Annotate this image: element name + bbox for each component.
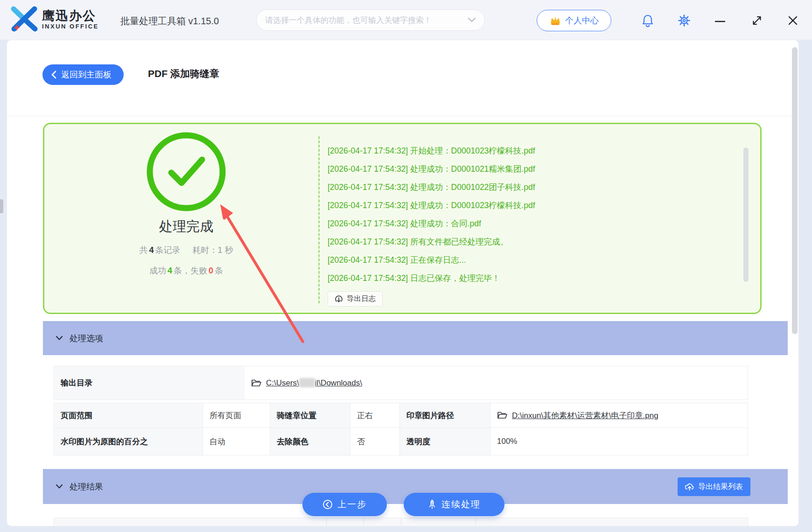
previous-step-label: 上一步 — [337, 498, 367, 511]
processing-log-list: [2026-04-17 17:54:32] 开始处理：D0001023柠檬科技.… — [318, 136, 746, 303]
collapse-chevron-icon — [56, 336, 63, 341]
option-value: 所有页面 — [203, 403, 270, 428]
export-result-list-button[interactable]: 导出结果列表 — [678, 477, 750, 496]
options-grid: 页面范围 所有页面 骑缝章位置 正右 印章图片路径 D:\inxun\其他素材\… — [54, 403, 748, 455]
brand-title: 鹰迅办公 — [42, 9, 99, 23]
export-log-label: 导出日志 — [347, 294, 376, 304]
search-placeholder: 请选择一个具体的功能，也可输入关键字搜索！ — [265, 15, 468, 26]
option-label: 骑缝章位置 — [270, 403, 350, 428]
header-divider — [7, 116, 798, 116]
success-check-icon — [144, 130, 228, 214]
success-fail-stats: 成功4条，失败0条 — [93, 265, 280, 276]
results-table-header-partial — [54, 518, 748, 526]
docked-side-handle[interactable] — [0, 199, 3, 213]
back-button-label: 返回到主面板 — [61, 69, 112, 80]
option-value: 自动 — [203, 428, 270, 455]
option-label: 透明度 — [400, 428, 490, 455]
folder-icon — [497, 411, 507, 420]
upload-cloud-icon — [685, 483, 694, 491]
close-button[interactable] — [786, 14, 799, 27]
record-stats: 共4条记录耗时：1 秒 — [93, 245, 280, 256]
page-scrollbar-thumb[interactable] — [792, 47, 798, 334]
output-dir-label: 输出目录 — [54, 366, 245, 399]
settings-gear-icon[interactable] — [678, 14, 691, 27]
export-log-button[interactable]: 导出日志 — [328, 291, 383, 307]
result-summary-panel: 处理完成 共4条记录耗时：1 秒 成功4条，失败0条 [2026-04-17 1… — [43, 123, 762, 314]
option-label: 去除颜色 — [270, 428, 350, 455]
export-result-list-label: 导出结果列表 — [698, 482, 743, 492]
folder-icon — [251, 379, 261, 387]
options-table: 输出目录 C:\Users\il\Downloads\ 页面范围 所有页面 骑缝… — [54, 366, 748, 455]
previous-step-button[interactable]: 上一步 — [302, 493, 387, 516]
back-circle-icon — [322, 499, 333, 510]
total-count: 4 — [147, 245, 155, 255]
log-line: [2026-04-17 17:54:32] 处理成功：D0001023柠檬科技.… — [328, 196, 746, 215]
download-circle-icon — [335, 295, 343, 303]
inxun-logo-icon — [10, 6, 38, 33]
log-line: [2026-04-17 17:54:32] 处理成功：D0001021糯米集团.… — [328, 160, 746, 178]
options-section-title: 处理选项 — [70, 333, 103, 344]
log-line: [2026-04-17 17:54:32] 正在保存日志... — [328, 251, 746, 269]
option-value: 100% — [490, 428, 749, 455]
log-line: [2026-04-17 17:54:32] 日志已保存，处理完毕！ — [328, 269, 746, 287]
elapsed-time: 耗时：1 秒 — [193, 245, 233, 255]
continue-processing-label: 连续处理 — [441, 498, 481, 511]
option-label: 印章图片路径 — [400, 403, 490, 428]
log-line: [2026-04-17 17:54:32] 处理成功：合同.pdf — [328, 215, 746, 233]
log-scrollbar-thumb[interactable] — [743, 147, 749, 282]
personal-center-label: 个人中心 — [565, 15, 599, 26]
rocket-icon — [427, 499, 437, 510]
log-line: [2026-04-17 17:54:32] 开始处理：D0001023柠檬科技.… — [328, 142, 746, 160]
continue-processing-button[interactable]: 连续处理 — [404, 493, 504, 516]
seal-image-path-link[interactable]: D:\inxun\其他素材\运营素材\电子印章.png — [512, 410, 658, 421]
option-label: 水印图片为原图的百分之 — [54, 428, 203, 455]
brand-subtitle: INXUN OFFICE — [42, 23, 99, 30]
section-header-options[interactable]: 处理选项 — [43, 321, 788, 355]
collapse-chevron-icon — [56, 484, 63, 489]
results-section-title: 处理结果 — [70, 481, 103, 492]
chevron-left-icon — [51, 70, 56, 79]
minimize-button[interactable] — [714, 15, 727, 28]
app-logo: 鹰迅办公 INXUN OFFICE — [10, 6, 99, 33]
output-dir-link[interactable]: C:\Users\il\Downloads\ — [266, 378, 362, 388]
main-content-card: 返回到主面板 PDF 添加骑缝章 处理完成 共4条记录耗时：1 秒 成功4条，失… — [7, 40, 799, 526]
crown-icon — [549, 15, 561, 26]
back-to-dashboard-button[interactable]: 返回到主面板 — [42, 64, 124, 85]
personal-center-button[interactable]: 个人中心 — [537, 10, 611, 31]
app-title: 批量处理工具箱 v1.15.0 — [120, 15, 219, 28]
redacted-username — [299, 378, 315, 387]
table-row: 输出目录 C:\Users\il\Downloads\ — [54, 366, 748, 400]
function-search-input[interactable]: 请选择一个具体的功能，也可输入关键字搜索！ — [256, 9, 485, 31]
notification-bell-icon[interactable] — [641, 14, 654, 27]
option-value: 正右 — [350, 403, 400, 428]
maximize-button[interactable] — [750, 14, 763, 27]
status-text: 处理完成 — [116, 217, 256, 236]
log-line: [2026-04-17 17:54:32] 所有文件都已经处理完成。 — [328, 233, 746, 251]
log-line: [2026-04-17 17:54:32] 处理成功：D0001022团子科技.… — [328, 178, 746, 196]
fail-count: 0 — [207, 266, 215, 275]
chevron-down-icon — [468, 17, 476, 23]
success-count: 4 — [166, 266, 174, 275]
option-value: 否 — [350, 428, 400, 455]
option-label: 页面范围 — [54, 403, 203, 428]
page-title: PDF 添加骑缝章 — [148, 67, 219, 80]
title-bar: 鹰迅办公 INXUN OFFICE 批量处理工具箱 v1.15.0 请选择一个具… — [0, 0, 812, 40]
